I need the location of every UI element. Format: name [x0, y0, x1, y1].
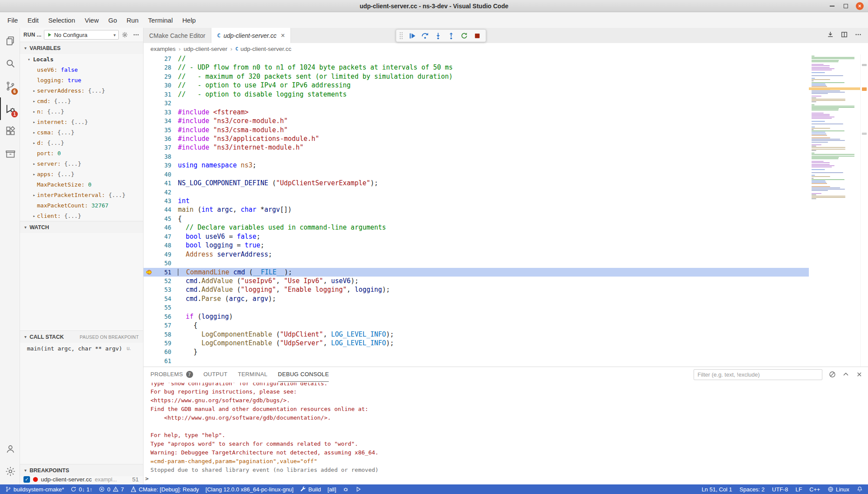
window-close-button[interactable]: ×	[856, 2, 864, 10]
code-line-58[interactable]: 58 LogComponentEnable ("UdpClient", LOG_…	[144, 330, 809, 339]
split-editor-icon[interactable]	[841, 31, 848, 40]
watch-section-header[interactable]: ▾ WATCH	[20, 221, 143, 233]
window-minimize-button[interactable]	[828, 2, 836, 10]
breakpoint-checkbox[interactable]: ✓	[23, 476, 30, 483]
variable-n[interactable]: ▸n: {...}	[20, 106, 143, 117]
variable-apps[interactable]: ▸apps: {...}	[20, 169, 143, 179]
close-tab-icon[interactable]: ×	[281, 32, 285, 40]
step-out-button[interactable]	[445, 30, 457, 41]
code-line-53[interactable]: 53 cmd.AddValue ("logging", "Enable logg…	[144, 285, 809, 294]
step-into-button[interactable]	[432, 30, 444, 41]
code-line-56[interactable]: 56 if (logging)	[144, 312, 809, 321]
breadcrumb-item-examples[interactable]: examples	[150, 46, 176, 52]
breakpoints-section-header[interactable]: ▾ BREAKPOINTS	[20, 464, 143, 476]
breadcrumb-item-udp-client-server-cc[interactable]: Cudp-client-server.cc	[235, 46, 291, 52]
activity-explorer-button[interactable]	[0, 30, 20, 52]
code-line-33[interactable]: 33#include <fstream>	[144, 108, 809, 117]
menu-go[interactable]: Go	[103, 14, 122, 27]
code-line-46[interactable]: 46 // Declare variables used in command-…	[144, 223, 809, 232]
step-over-button[interactable]	[419, 30, 431, 41]
editor-tab-cmake-cache-editor[interactable]: CMake Cache Editor	[144, 28, 211, 43]
status-item-spaces-2[interactable]: Spaces: 2	[740, 486, 765, 493]
status-item-bell[interactable]	[857, 486, 863, 492]
breadcrumb-item-udp-client-server[interactable]: udp-client-server	[184, 46, 227, 52]
activity-run-debug-button[interactable]: 1	[0, 97, 20, 120]
code-line-59[interactable]: 59 LogComponentEnable ("UdpServer", LOG_…	[144, 339, 809, 347]
panel-tab-output[interactable]: OUTPUT	[204, 367, 227, 382]
clear-console-icon[interactable]	[829, 371, 836, 378]
menu-edit[interactable]: Edit	[23, 14, 43, 27]
code-line-60[interactable]: 60 }	[144, 347, 809, 356]
menu-help[interactable]: Help	[177, 14, 200, 27]
code-line-28[interactable]: 28// - UDP flow from n0 to n1 of 1024 by…	[144, 63, 809, 72]
title-bar[interactable]: udp-client-server.cc - ns-3-dev - Visual…	[0, 0, 868, 12]
code-line-41[interactable]: 41NS_LOG_COMPONENT_DEFINE ("UdpClientSer…	[144, 179, 809, 187]
code-line-49[interactable]: 49 Address serverAddress;	[144, 250, 809, 259]
variable-interpacketinterval[interactable]: ▸interPacketInterval: {...}	[20, 190, 143, 200]
debug-current-line-icon[interactable]	[144, 269, 155, 276]
status-item-ln-51-col-1[interactable]: Ln 51, Col 1	[701, 486, 732, 493]
code-line-39[interactable]: 39using namespace ns3;	[144, 161, 809, 170]
code-line-27[interactable]: 27//	[144, 54, 809, 63]
close-panel-icon[interactable]	[856, 371, 863, 378]
variable-cmd[interactable]: ▸cmd: {...}	[20, 96, 143, 106]
variable-csma[interactable]: ▸csma: {...}	[20, 127, 143, 137]
toolbar-drag-handle-icon[interactable]	[399, 32, 403, 40]
more-actions-icon[interactable]	[855, 31, 862, 40]
manage-button[interactable]	[0, 460, 20, 483]
maximize-panel-icon[interactable]	[842, 371, 849, 378]
console-filter-input[interactable]	[694, 369, 822, 380]
code-line-34[interactable]: 34#include "ns3/core-module.h"	[144, 117, 809, 125]
menu-view[interactable]: View	[80, 14, 103, 27]
restart-button[interactable]	[458, 30, 470, 41]
variable-client[interactable]: ▸client: {...}	[20, 210, 143, 221]
code-line-51[interactable]: 51 CommandLine cmd (__FILE__);	[144, 268, 809, 277]
panel-tab-problems[interactable]: PROBLEMS7	[150, 367, 193, 382]
code-line-43[interactable]: 43int	[144, 197, 809, 205]
code-line-37[interactable]: 37#include "ns3/internet-module.h"	[144, 143, 809, 152]
code-line-35[interactable]: 35#include "ns3/csma-module.h"	[144, 126, 809, 134]
status-item-play[interactable]	[355, 486, 361, 492]
code-line-32[interactable]: 32	[144, 99, 809, 107]
variable-serveraddress[interactable]: ▸serverAddress: {...}	[20, 85, 143, 96]
variable-server[interactable]: ▸server: {...}	[20, 158, 143, 169]
status-item-lf[interactable]: LF	[795, 486, 802, 493]
menu-terminal[interactable]: Terminal	[144, 14, 178, 27]
code-line-55[interactable]: 55	[144, 303, 809, 312]
code-line-40[interactable]: 40	[144, 170, 809, 179]
code-line-61[interactable]: 61	[144, 357, 809, 365]
panel-tab-debug-console[interactable]: DEBUG CONSOLE	[278, 367, 329, 382]
activity-cmake-button[interactable]	[0, 143, 20, 165]
code-line-38[interactable]: 38	[144, 152, 809, 161]
variable-usev6[interactable]: useV6: false	[20, 64, 143, 75]
minimap[interactable]	[809, 54, 860, 367]
variables-section-header[interactable]: ▾ VARIABLES	[20, 42, 143, 54]
activity-search-button[interactable]	[0, 52, 20, 75]
code-line-45[interactable]: 45{	[144, 214, 809, 223]
debug-console-output[interactable]: Type "show configuration" for configurat…	[144, 382, 868, 484]
code-line-42[interactable]: 42	[144, 188, 809, 197]
code-line-36[interactable]: 36#include "ns3/applications-module.h"	[144, 134, 809, 143]
variable-maxpacketcount[interactable]: maxPacketCount: 32767	[20, 200, 143, 210]
status-item-c[interactable]: C++	[809, 486, 820, 493]
window-maximize-button[interactable]	[842, 2, 850, 10]
code-line-31[interactable]: 31// - option to disable logging stateme…	[144, 90, 809, 99]
code-line-44[interactable]: 44main (int argc, char *argv[])	[144, 205, 809, 214]
account-button[interactable]	[0, 437, 20, 460]
more-actions-icon[interactable]	[133, 31, 140, 38]
status-item-linux[interactable]: Linux	[828, 486, 849, 493]
code-line-52[interactable]: 52 cmd.AddValue ("useIpv6", "Use Ipv6", …	[144, 277, 809, 285]
code-line-30[interactable]: 30// - option to use IPv4 or IPv6 addres…	[144, 81, 809, 90]
panel-tab-terminal[interactable]: TERMINAL	[238, 367, 267, 382]
status-item-0-1[interactable]: 0↓ 1↑	[70, 486, 92, 493]
menu-file[interactable]: File	[3, 14, 23, 27]
export-icon[interactable]	[827, 31, 834, 40]
status-item-build[interactable]: Build	[300, 486, 321, 493]
continue-button[interactable]	[406, 30, 417, 41]
code-line-54[interactable]: 54 cmd.Parse (argc, argv);	[144, 294, 809, 303]
variable-internet[interactable]: ▸internet: {...}	[20, 117, 143, 127]
status-item-cmake-debug-ready[interactable]: CMake: [Debug]: Ready	[130, 486, 199, 493]
menu-run[interactable]: Run	[122, 14, 144, 27]
activity-source-control-button[interactable]: 6	[0, 75, 20, 97]
status-item-0[interactable]: 07	[99, 486, 124, 493]
